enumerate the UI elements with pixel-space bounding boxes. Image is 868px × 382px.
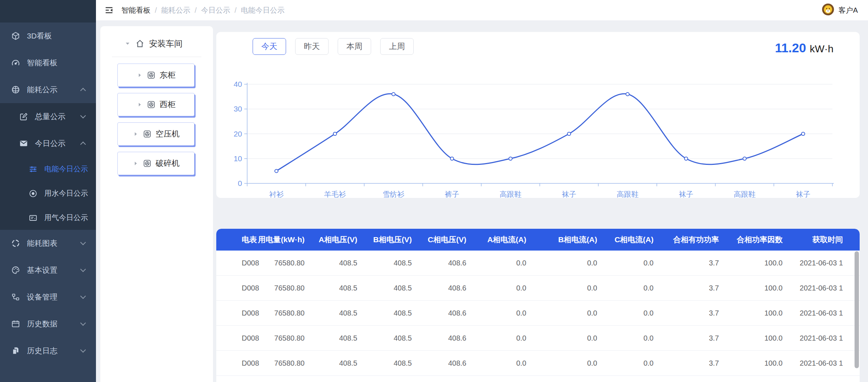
table-cell: 76580.80: [265, 276, 309, 300]
column-header: 获取时间: [787, 229, 860, 251]
range-button-this-week[interactable]: 本周: [338, 38, 371, 55]
tree-node-air-compressor[interactable]: 空压机: [117, 122, 194, 146]
mail-icon: [19, 139, 28, 148]
sliders-icon: [28, 164, 38, 174]
tree-node-west-cabinet[interactable]: 西柜: [117, 93, 194, 116]
device-tree-panel: 安装车间 东柜 西柜 空压机 破碎机: [100, 26, 213, 382]
sidebar-item-device-management[interactable]: 设备管理: [0, 284, 96, 310]
caret-right-icon: [136, 72, 143, 78]
breadcrumb-separator: /: [155, 6, 157, 15]
table-row: D00876580.80408.5408.5408.60.00.00.03.71…: [216, 326, 860, 351]
table-cell: 100.0: [723, 276, 787, 300]
table-row: D00876580.80408.5408.5408.60.00.00.03.71…: [216, 301, 860, 326]
sidebar-item-label: 能耗图表: [27, 238, 57, 248]
breadcrumb-item[interactable]: 智能看板: [121, 5, 150, 15]
svg-text:高跟鞋: 高跟鞋: [617, 190, 639, 198]
total-value: 11.20: [775, 41, 806, 55]
sidebar-item-today-publicity[interactable]: 今日公示: [0, 130, 96, 157]
breadcrumb: 智能看板 / 能耗公示 / 今日公示 / 电能今日公示: [121, 5, 285, 15]
sidebar-item-smart-board[interactable]: 智能看板: [0, 49, 96, 76]
sidebar-item-energy-charts[interactable]: 能耗图表: [0, 230, 96, 257]
divider: [112, 57, 201, 57]
sidebar-item-label: 电能今日公示: [44, 164, 88, 174]
table-row: D00876580.80408.5408.5408.60.00.00.03.71…: [216, 276, 860, 301]
column-header: C相电压(V): [416, 229, 471, 251]
username: 客户A: [839, 5, 858, 15]
table-cell: 76580.80: [265, 376, 309, 382]
sidebar-item-electric-today[interactable]: 电能今日公示: [0, 157, 96, 181]
total-consumption: 11.20 kW·h: [775, 41, 833, 55]
vertical-scrollbar[interactable]: [855, 251, 859, 368]
palette-icon: [11, 265, 20, 275]
table-cell: 3.7: [658, 351, 723, 375]
sidebar-item-total-publicity[interactable]: 总量公示: [0, 103, 96, 130]
svg-text:裤子: 裤子: [445, 190, 459, 198]
sidebar-item-water-today[interactable]: 用水今日公示: [0, 181, 96, 206]
breadcrumb-separator: /: [234, 6, 237, 15]
caret-right-icon: [136, 101, 143, 108]
sidebar-item-basic-settings[interactable]: 基本设置: [0, 257, 96, 284]
tree-node-east-cabinet[interactable]: 东柜: [117, 64, 194, 87]
sidebar-item-label: 设备管理: [27, 292, 57, 302]
top-bar: 智能看板 / 能耗公示 / 今日公示 / 电能今日公示 客户A: [96, 0, 868, 20]
column-header: B相电压(V): [362, 229, 416, 251]
tree-root-label: 安装车间: [149, 38, 182, 49]
table-cell: 0.0: [602, 276, 658, 300]
sidebar-item-energy-publicity[interactable]: 能耗公示: [0, 76, 96, 103]
table-cell: 100.0: [723, 301, 787, 325]
table-cell: 76580.80: [265, 251, 309, 275]
svg-text:高跟鞋: 高跟鞋: [500, 190, 522, 198]
table-cell: 2021-06-03 1: [787, 276, 860, 300]
sidebar-item-label: 智能看板: [27, 58, 57, 68]
sidebar-item-history-data[interactable]: 历史数据: [0, 310, 96, 337]
table-cell: 408.6: [416, 326, 471, 350]
range-button-yesterday[interactable]: 昨天: [295, 38, 329, 55]
caret-down-icon: [124, 40, 131, 47]
app: 3D看板 智能看板 能耗公示 总量公示: [0, 0, 868, 382]
table-cell: 408.5: [309, 276, 362, 300]
svg-text:袜子: 袜子: [796, 190, 811, 198]
table-cell: 2021-06-03 1: [787, 326, 860, 350]
sidebar-submenu: 总量公示 今日公示 电能今日公示 用水今日公示: [0, 103, 96, 230]
table-cell: 408.5: [362, 351, 416, 375]
table-cell: 408.6: [416, 251, 471, 275]
breadcrumb-item[interactable]: 电能今日公示: [241, 5, 285, 15]
menu-fold-icon[interactable]: [104, 5, 114, 15]
svg-text:0: 0: [238, 179, 242, 187]
svg-text:雪纺衫: 雪纺衫: [383, 190, 405, 198]
globe-icon: [11, 85, 20, 94]
range-button-today[interactable]: 今天: [253, 38, 286, 55]
table-cell: 0.0: [531, 376, 602, 382]
total-unit: kW·h: [810, 43, 833, 55]
table-cell: 0.0: [471, 326, 531, 350]
table-cell: 0.0: [602, 251, 658, 275]
breadcrumb-item[interactable]: 今日公示: [201, 5, 230, 15]
sidebar-item-label: 能耗公示: [27, 85, 57, 95]
table-cell: 0.0: [602, 351, 658, 375]
sidebar-item-gas-today[interactable]: 用气今日公示: [0, 206, 96, 230]
chevron-down-icon: [80, 240, 86, 245]
tree-root-node[interactable]: 安装车间: [100, 33, 213, 54]
caret-right-icon: [132, 131, 139, 137]
table-cell: 3.7: [658, 301, 723, 325]
table-cell: 0.0: [471, 251, 531, 275]
breadcrumb-item[interactable]: 能耗公示: [161, 5, 190, 15]
caret-right-icon: [132, 160, 139, 167]
table-cell: 0.0: [602, 326, 658, 350]
tree-node-crusher[interactable]: 破碎机: [117, 152, 194, 175]
svg-text:20: 20: [234, 130, 242, 138]
range-button-last-week[interactable]: 上周: [380, 38, 414, 55]
table-cell: 3.7: [658, 251, 723, 275]
avatar: [821, 3, 835, 18]
home-icon: [135, 39, 145, 48]
chevron-down-icon: [80, 267, 86, 272]
sidebar-item-3d-board[interactable]: 3D看板: [0, 23, 96, 49]
svg-text:高跟鞋: 高跟鞋: [734, 190, 756, 198]
user-menu[interactable]: 客户A: [821, 3, 858, 18]
chevron-down-icon: [80, 347, 86, 353]
sidebar-item-history-logs[interactable]: 历史日志: [0, 337, 96, 364]
column-header: A相电压(V): [309, 229, 362, 251]
table-cell: 100.0: [723, 351, 787, 375]
table-cell: 408.6: [416, 276, 471, 300]
tree-node-label: 破碎机: [156, 158, 180, 169]
